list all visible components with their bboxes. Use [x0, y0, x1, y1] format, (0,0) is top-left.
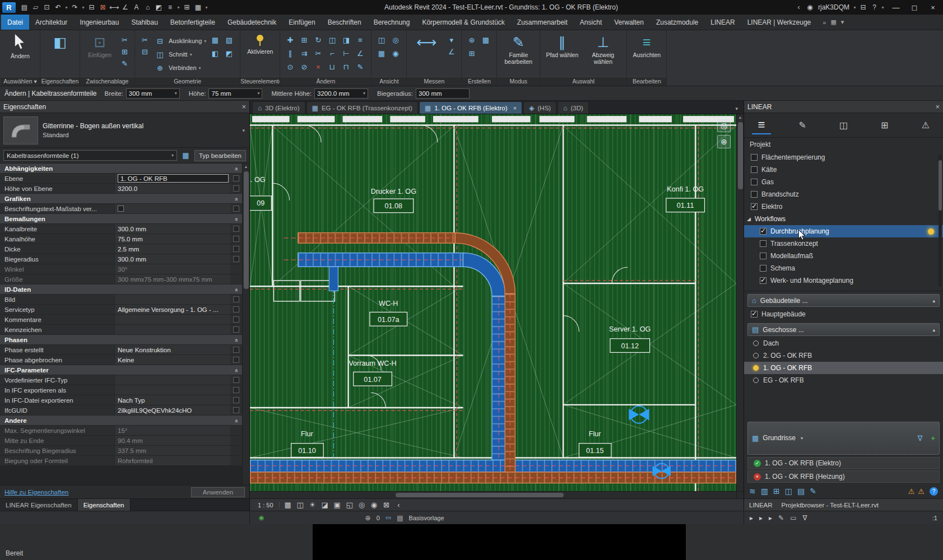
wall-joins-icon[interactable]: ▦: [208, 34, 221, 46]
profile-icon[interactable]: ◩: [222, 48, 235, 59]
default-3d-view-icon[interactable]: ⌂: [142, 2, 153, 13]
demolish-icon[interactable]: ◧: [208, 48, 221, 59]
warnings-icon[interactable]: ⚠: [916, 116, 935, 134]
property-row[interactable]: Höhe von Ebene 3200.0 »: [0, 184, 242, 194]
property-value[interactable]: 75.0 mm: [114, 234, 230, 244]
edit-icon[interactable]: ✎: [810, 487, 816, 496]
panel-label-geometrie[interactable]: Geometrie: [135, 77, 240, 86]
properties-help-link[interactable]: Hilfe zu Eigenschaften: [4, 489, 68, 496]
level-item[interactable]: Dach: [744, 337, 943, 349]
history-back-icon[interactable]: ‹: [793, 2, 804, 13]
panel-label-ansicht[interactable]: Ansicht: [371, 77, 406, 86]
associate-param-button[interactable]: [233, 226, 239, 232]
horizontal-scrollbar[interactable]: [250, 491, 744, 498]
property-row[interactable]: Abhängigkeiten »: [0, 164, 242, 174]
qat-caret-icon[interactable]: ▾: [204, 2, 209, 13]
associate-param-button[interactable]: [233, 236, 239, 242]
property-value[interactable]: Allgemeine Versorgung - 1. OG - ...: [114, 305, 230, 314]
measure-caret-icon[interactable]: ▾: [445, 34, 458, 46]
reveal-hidden-icon[interactable]: ◉: [368, 500, 380, 511]
transfer-icon[interactable]: ⊠: [97, 2, 108, 13]
ribbon-tab[interactable]: Berechnung: [368, 15, 416, 30]
zoom-count-label[interactable]: 0: [377, 515, 380, 521]
panel-label-eigenschaften[interactable]: Eigenschaften: [40, 77, 80, 86]
linear-live-icon[interactable]: ◉: [259, 514, 264, 521]
paint-icon[interactable]: ✎: [354, 61, 366, 73]
checkbox[interactable]: [118, 206, 124, 212]
panel-label-bearbeiten[interactable]: Bearbeiten: [627, 77, 666, 86]
copy-tool-icon[interactable]: ⊞: [298, 34, 310, 46]
property-value[interactable]: Neue Konstruktion: [114, 345, 230, 354]
ribbon-tab[interactable]: Ansicht: [574, 15, 608, 30]
crop-view-icon[interactable]: ▣: [331, 500, 343, 511]
zoom-level-icon[interactable]: ⊕: [365, 514, 371, 522]
bulb-icon[interactable]: [753, 365, 759, 371]
edit-selection-icon[interactable]: ✎: [778, 514, 784, 522]
collapse-chevron-icon[interactable]: »: [234, 416, 238, 426]
associate-param-button[interactable]: [233, 316, 239, 323]
building-item[interactable]: Hauptgebäude: [744, 308, 943, 320]
edit-type-button[interactable]: Typ bearbeiten: [194, 150, 246, 161]
sheets-icon[interactable]: ▤: [797, 487, 805, 496]
checkbox[interactable]: [760, 265, 767, 272]
associate-param-button[interactable]: [233, 326, 239, 333]
select-path-button[interactable]: ∥ Pfad wählen: [543, 32, 580, 58]
associate-param-button[interactable]: [233, 377, 239, 383]
property-row[interactable]: Kennzeichen »: [0, 325, 242, 335]
checkbox[interactable]: [751, 154, 758, 161]
tree-item[interactable]: Durchbruchplanung: [744, 225, 943, 237]
properties-scrollbar[interactable]: ▲: [242, 164, 249, 485]
ribbon-tab[interactable]: Verwalten: [608, 15, 650, 30]
collapse-chevron-icon[interactable]: »: [234, 194, 238, 204]
area-select-icon[interactable]: ▭: [790, 514, 796, 522]
calculator-icon[interactable]: ⊞: [875, 116, 894, 134]
floor-plan-item[interactable]: 1. OG - OK RFB (Elektro): [747, 457, 940, 469]
shadows-icon[interactable]: ◪: [319, 500, 331, 511]
property-value[interactable]: [114, 204, 230, 213]
undo-icon[interactable]: ↶: [53, 2, 63, 13]
edit-family-button[interactable]: ✎ Familie bearbeiten: [500, 32, 536, 65]
property-row[interactable]: In IFC exportieren als »: [0, 385, 242, 395]
property-row[interactable]: IFC-Parameter »: [0, 365, 242, 375]
add-view-icon[interactable]: +: [931, 434, 935, 442]
sun-path-icon[interactable]: ☀: [306, 500, 319, 511]
filter-icon[interactable]: ∇: [803, 514, 807, 522]
property-row[interactable]: Grafiken »: [0, 194, 242, 204]
associate-param-button[interactable]: [233, 387, 239, 393]
save-icon[interactable]: ⊡: [41, 2, 52, 13]
panel-label-aendern[interactable]: Ändern: [280, 77, 371, 86]
floor-plan[interactable]: 1. OG 09 Drucker 1. OG 01.08 Konfi 1. OG…: [250, 114, 736, 491]
expand-triangle-icon[interactable]: [747, 216, 751, 222]
view-tab[interactable]: ▦ EG - OK RFB (Trassenkonzept): [306, 101, 418, 114]
scroll-up-icon[interactable]: ▲: [244, 164, 248, 170]
property-row[interactable]: Winkel 30° »: [0, 264, 242, 274]
schnitt-menu[interactable]: ◫ Schnitt ▾: [154, 48, 206, 61]
angle-icon[interactable]: ∠: [445, 46, 458, 58]
close-linear-icon[interactable]: ×: [935, 102, 940, 111]
ribbon-tab[interactable]: Zusammenarbeit: [511, 15, 574, 30]
panel-label-modus[interactable]: Modus: [497, 77, 540, 86]
template-label[interactable]: Basisvorlage: [409, 515, 444, 521]
panel-label-steuerelemente[interactable]: Steuerelemente: [240, 77, 280, 86]
ausklinkung-menu[interactable]: ⊟ Ausklinkung ▾: [154, 34, 206, 48]
rotate-icon[interactable]: ↻: [312, 34, 324, 46]
property-row[interactable]: In IFC-Datei exportieren Nach Typ »: [0, 395, 242, 405]
ribbon-tab[interactable]: Stahlbau: [125, 15, 164, 30]
tree-item[interactable]: Trassenkonzept: [744, 237, 943, 250]
join-icon[interactable]: ⊔: [326, 61, 338, 73]
panel-label-erstellen[interactable]: Erstellen: [462, 77, 496, 86]
ribbon-tab[interactable]: Betonfertigteile: [164, 15, 221, 30]
help-caret-icon[interactable]: ▾: [880, 2, 885, 13]
element-filter-combo[interactable]: Kabeltrassenformteile (1)▾: [3, 150, 177, 161]
graphics-icon[interactable]: ▦: [375, 48, 388, 59]
property-value[interactable]: [114, 325, 230, 334]
scale-icon[interactable]: ∠: [354, 48, 366, 59]
checkbox[interactable]: [760, 277, 767, 284]
undo-caret-icon[interactable]: ▾: [64, 2, 69, 13]
collapse-chevron-icon[interactable]: »: [234, 365, 238, 375]
ribbon-tab[interactable]: LINEAR | Werkzeuge: [741, 15, 817, 30]
checkbox[interactable]: [751, 166, 758, 173]
type-selector[interactable]: Gitterrinne - Bogen außen vertikal Stand…: [0, 113, 249, 148]
split-icon[interactable]: ✂: [312, 48, 324, 59]
cycle-ribbon-tabs-icon[interactable]: »: [823, 19, 826, 26]
